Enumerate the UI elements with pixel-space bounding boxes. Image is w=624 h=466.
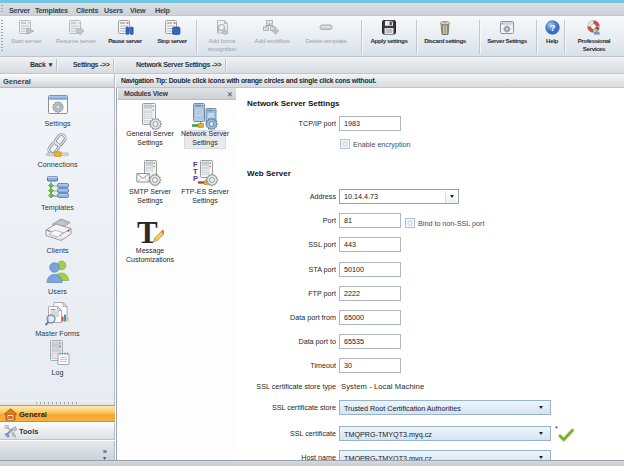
svg-text:P: P — [193, 174, 198, 183]
svg-text:?: ? — [549, 22, 555, 33]
svg-text:T: T — [137, 219, 158, 247]
